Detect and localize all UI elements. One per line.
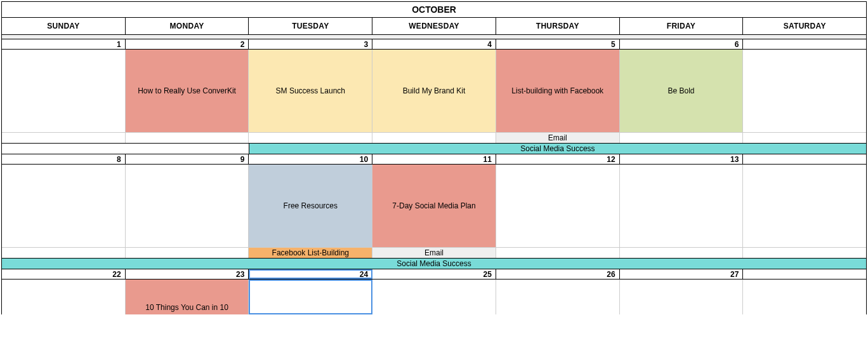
event-cell[interactable] [743,50,866,132]
date-cell[interactable]: 23 [126,269,249,279]
date-cell[interactable]: 2 [126,39,249,49]
day-header-mon: MONDAY [126,18,249,35]
day-header-tue: TUESDAY [249,18,372,35]
sub-row: Facebook List-Building Email [2,247,866,258]
sub-cell[interactable] [126,248,249,258]
event-cell[interactable] [2,165,126,247]
date-cell[interactable] [743,269,866,279]
sub-cell[interactable] [126,133,249,143]
event-cell[interactable]: 7-Day Social Media Plan [372,165,496,247]
event-cell[interactable] [2,280,126,314]
week-2: 8 9 10 11 12 13 Free Resources 7-Day Soc… [1,154,867,269]
span-event[interactable]: Social Media Success [249,144,866,154]
event-cell-selected[interactable] [249,280,372,314]
event-cell[interactable] [496,280,620,314]
sub-row-span: Social Media Success [2,143,866,154]
event-cell[interactable]: Free Resources [249,165,372,247]
event-cell[interactable] [2,50,126,132]
sub-cell[interactable] [2,248,126,258]
date-cell[interactable]: 5 [496,39,620,49]
event-cell[interactable] [496,165,620,247]
event-cell[interactable] [372,280,496,314]
date-cell[interactable]: 12 [496,154,620,164]
week-3: 22 23 24 25 26 27 10 Things You Can in 1… [1,269,867,314]
date-cell[interactable]: 25 [372,269,496,279]
sub-cell[interactable] [249,133,372,143]
date-cell[interactable]: 8 [2,154,126,164]
date-cell[interactable]: 1 [2,39,126,49]
event-cell[interactable] [620,280,744,314]
date-cell[interactable]: 26 [496,269,620,279]
date-row: 22 23 24 25 26 27 [2,269,866,280]
event-cell[interactable] [743,165,866,247]
month-title: OCTOBER [1,1,867,18]
event-cell[interactable]: Be Bold [620,50,744,132]
sub-cell-email[interactable]: Email [372,248,496,258]
event-cell[interactable]: How to Really Use ConverKit [126,50,249,132]
calendar-grid: OCTOBER SUNDAY MONDAY TUESDAY WEDNESDAY … [1,1,867,314]
sub-cell[interactable] [2,133,126,143]
sub-cell-fb[interactable]: Facebook List-Building [249,248,372,258]
sub-cell[interactable] [620,133,744,143]
sub-cell[interactable] [496,248,620,258]
day-headers-row: SUNDAY MONDAY TUESDAY WEDNESDAY THURSDAY… [1,18,867,35]
event-cell[interactable] [743,280,866,314]
day-header-wed: WEDNESDAY [372,18,496,35]
date-cell[interactable]: 9 [126,154,249,164]
date-cell[interactable]: 27 [620,269,744,279]
content-row: 10 Things You Can in 10 [2,280,866,314]
day-header-fri: FRIDAY [620,18,744,35]
sub-cell[interactable] [372,133,496,143]
date-cell[interactable]: 6 [620,39,744,49]
date-cell[interactable]: 22 [2,269,126,279]
event-cell[interactable] [126,165,249,247]
content-row: How to Really Use ConverKit SM Success L… [2,50,866,132]
event-cell[interactable] [620,165,744,247]
sub-row: Email [2,132,866,143]
sub-cell[interactable] [620,248,744,258]
span-event[interactable]: Social Media Success [2,258,866,269]
date-cell[interactable]: 13 [620,154,744,164]
event-cell[interactable]: SM Success Launch [249,50,372,132]
date-row: 1 2 3 4 5 6 [2,39,866,50]
event-cell[interactable]: Build My Brand Kit [372,50,496,132]
content-row: Free Resources 7-Day Social Media Plan [2,165,866,247]
day-header-sun: SUNDAY [1,18,126,35]
sub-cell-email[interactable]: Email [496,133,620,143]
date-cell[interactable]: 11 [372,154,496,164]
date-cell[interactable]: 3 [249,39,372,49]
day-header-sat: SATURDAY [743,18,867,35]
date-cell-selected[interactable]: 24 [249,269,372,279]
date-cell[interactable]: 10 [249,154,372,164]
sub-cell[interactable] [743,248,866,258]
week-1: 1 2 3 4 5 6 How to Really Use ConverKit … [1,39,867,154]
date-cell[interactable] [743,154,866,164]
day-header-thu: THURSDAY [496,18,620,35]
date-row: 8 9 10 11 12 13 [2,154,866,165]
event-cell[interactable]: List-building with Facebook [496,50,620,132]
date-cell[interactable]: 4 [372,39,496,49]
date-cell[interactable] [743,39,866,49]
event-cell[interactable]: 10 Things You Can in 10 [126,280,249,314]
sub-cell[interactable] [2,144,249,154]
sub-cell[interactable] [743,133,866,143]
